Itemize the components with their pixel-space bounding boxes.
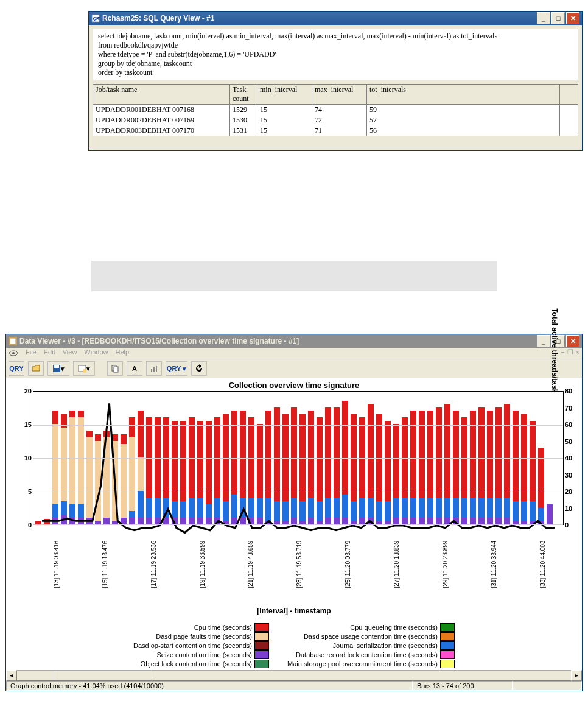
legend-item: Dasd op-start contention time (seconds) — [133, 641, 269, 650]
svg-point-9 — [83, 369, 86, 373]
tool-copy[interactable] — [107, 361, 123, 376]
menubar: File Edit View Window Help − ❐ × — [6, 348, 582, 359]
table-row[interactable]: UPDADDR001DEBHAT 0071681529157459 — [93, 105, 578, 116]
tool-qry[interactable]: QRY — [9, 361, 24, 376]
legend-item: Main storage pool overcommitment time (s… — [287, 660, 455, 668]
status-empty — [513, 681, 582, 691]
legend-item: Dasd space usage contention time (second… — [287, 632, 455, 641]
tool-refresh[interactable] — [191, 361, 207, 376]
sql-query-window: QRY Rchasm25: SQL Query View - #1 _ □ ✕ … — [88, 11, 583, 151]
menu-item[interactable]: Window — [84, 348, 108, 358]
legend-item: Seize contention time (seconds) — [133, 650, 269, 659]
data-viewer-window: Data Viewer - #3 - [REDBOOKDH/ITSO15/Col… — [5, 334, 583, 691]
close-button[interactable]: ✕ — [566, 12, 579, 24]
svg-rect-12 — [151, 369, 152, 372]
minimize-button[interactable]: _ — [537, 12, 550, 24]
col-header[interactable]: tot_intervals — [367, 85, 560, 105]
col-header[interactable]: max_interval — [312, 85, 367, 105]
minimize-button[interactable]: _ — [537, 335, 550, 347]
svg-rect-11 — [114, 367, 118, 372]
legend-item: Dasd page faults time (seconds) — [133, 632, 269, 641]
table-row[interactable]: UPDADDR003DEBHAT 0071701531157156 — [93, 125, 578, 136]
tool-open[interactable] — [28, 361, 44, 376]
window-title: Data Viewer - #3 - [REDBOOKDH/ITSO15/Col… — [19, 337, 537, 345]
status-right: Bars 13 - 74 of 200 — [413, 681, 513, 691]
legend-item: Database record lock contention time (se… — [287, 650, 455, 659]
eye-icon — [9, 348, 18, 358]
menu-item[interactable]: View — [63, 348, 77, 358]
scroll-left[interactable]: ◄ — [6, 670, 17, 681]
svg-rect-13 — [153, 367, 155, 372]
svg-rect-3 — [10, 339, 16, 344]
menu-item[interactable]: Help — [115, 348, 129, 358]
tool-props[interactable]: ▾ — [73, 361, 95, 376]
scroll-thumb[interactable] — [54, 671, 152, 680]
menu-item[interactable]: Edit — [44, 348, 55, 358]
statusbar: Graph control memory - 41.04% used (4104… — [6, 680, 582, 691]
tool-qry2[interactable]: QRY ▾ — [166, 361, 187, 376]
table-row[interactable]: UPDADDR002DEBHAT 0071691530157257 — [93, 115, 578, 125]
legend-item: Journal serialization time (seconds) — [287, 641, 455, 650]
mdi-close[interactable]: × — [576, 348, 579, 358]
svg-rect-14 — [156, 366, 157, 372]
svg-text:QRY: QRY — [93, 16, 100, 21]
h-scrollbar[interactable]: ◄ ► — [6, 670, 582, 680]
mdi-controls: − ❐ × — [561, 348, 579, 358]
scroll-right[interactable]: ► — [571, 670, 582, 681]
app-icon — [9, 337, 17, 345]
chart-plot[interactable]: 05101520 01020304050607080 Time (seconds… — [33, 391, 564, 525]
chart-title: Collection overview time signature — [9, 381, 579, 390]
x-axis-label: [Interval] - timestamp — [9, 607, 579, 615]
close-button[interactable]: ✕ — [566, 335, 579, 347]
titlebar[interactable]: Data Viewer - #3 - [REDBOOKDH/ITSO15/Col… — [6, 334, 582, 348]
svg-rect-7 — [54, 365, 59, 368]
legend-item: Cpu time (seconds) — [133, 623, 269, 632]
toolbar: QRY ▾ ▾ A QRY ▾ — [6, 359, 582, 378]
maximize-button[interactable]: □ — [551, 12, 565, 24]
window-title: Rchasm25: SQL Query View - #1 — [102, 14, 537, 23]
status-left: Graph control memory - 41.04% used (4104… — [6, 681, 413, 691]
result-table: Job/task nameTask countmin_intervalmax_i… — [93, 84, 578, 136]
titlebar[interactable]: QRY Rchasm25: SQL Query View - #1 _ □ ✕ — [89, 12, 582, 25]
legend: Cpu time (seconds)Dasd page faults time … — [9, 615, 579, 670]
qry-icon: QRY — [91, 14, 100, 23]
mdi-min[interactable]: − — [561, 348, 564, 358]
legend-item: Cpu queueing time (seconds) — [287, 623, 455, 632]
col-header[interactable]: min_interval — [257, 85, 312, 105]
menu-item[interactable]: File — [26, 348, 37, 358]
legend-item: Object lock contention time (seconds) — [133, 660, 269, 668]
tool-save[interactable]: ▾ — [47, 361, 69, 376]
y2-axis-label: Total active threads/tasks — [550, 308, 559, 397]
svg-point-5 — [12, 352, 15, 354]
mdi-restore[interactable]: ❐ — [567, 348, 573, 358]
sql-text[interactable]: select tdejobname, taskcount, min(interv… — [93, 29, 578, 80]
col-header[interactable]: Job/task name — [93, 85, 230, 105]
col-header[interactable]: Task count — [230, 85, 257, 105]
chart-area: Collection overview time signature 05101… — [6, 378, 582, 670]
gray-placeholder-bar — [91, 261, 497, 291]
tool-text[interactable]: A — [127, 361, 142, 376]
tool-chart[interactable] — [146, 361, 162, 376]
